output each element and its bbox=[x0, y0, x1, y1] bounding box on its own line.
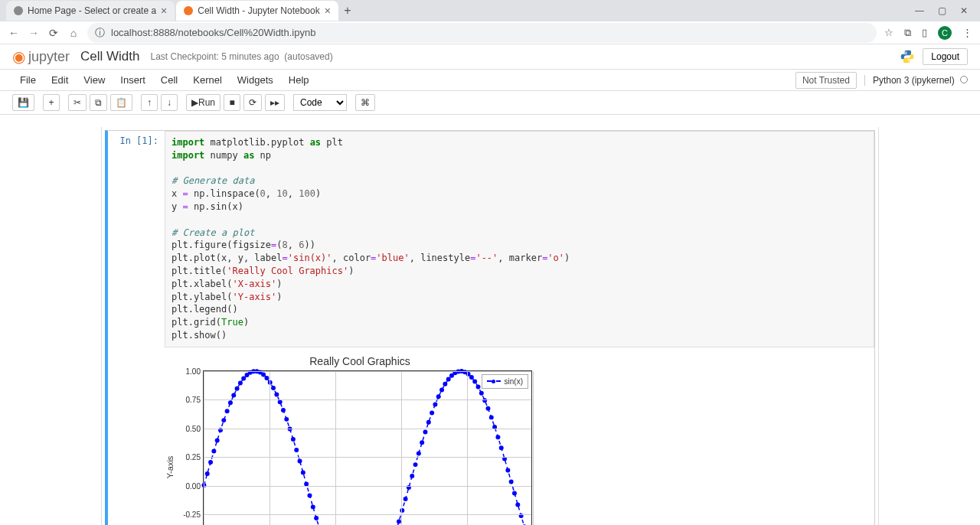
svg-point-84 bbox=[479, 390, 484, 395]
svg-point-25 bbox=[284, 417, 289, 422]
svg-point-70 bbox=[433, 402, 437, 406]
svg-point-93 bbox=[509, 479, 514, 484]
url-text: localhost:8888/notebooks/Cell%20Width.ip… bbox=[111, 27, 315, 38]
kernel-indicator[interactable]: Python 3 (ipykernel) bbox=[864, 75, 968, 86]
code-editor[interactable]: import matplotlib.pyplot as plt import n… bbox=[165, 131, 874, 347]
svg-point-69 bbox=[430, 410, 434, 415]
panel-icon[interactable]: ▯ bbox=[922, 27, 927, 38]
y-axis-label: Y-axis bbox=[165, 455, 175, 478]
svg-point-63 bbox=[410, 474, 414, 478]
input-prompt: In [1]: bbox=[108, 131, 165, 525]
svg-point-6 bbox=[221, 418, 226, 422]
svg-point-8 bbox=[228, 400, 233, 405]
python-logo-icon bbox=[900, 49, 915, 64]
notebook-container: In [1]: import matplotlib.pyplot as plt … bbox=[0, 115, 980, 525]
matplotlib-figure: Really Cool Graphics Y-axis sin(x) -1.00… bbox=[165, 355, 532, 525]
svg-point-87 bbox=[489, 415, 494, 419]
svg-point-24 bbox=[281, 408, 286, 412]
svg-point-9 bbox=[231, 393, 236, 397]
back-icon[interactable]: ← bbox=[8, 27, 20, 39]
menu-help[interactable]: Help bbox=[281, 71, 317, 89]
save-button[interactable]: 💾 bbox=[12, 94, 34, 111]
close-icon[interactable]: × bbox=[161, 5, 167, 17]
restart-button[interactable]: ⟳ bbox=[243, 94, 262, 111]
home-icon[interactable]: ⌂ bbox=[67, 27, 80, 39]
command-palette-button[interactable]: ⌘ bbox=[355, 94, 375, 111]
bookmark-icon[interactable]: ☆ bbox=[884, 27, 893, 38]
chart-title: Really Cool Graphics bbox=[165, 355, 532, 367]
profile-avatar[interactable]: C bbox=[938, 26, 952, 40]
move-up-button[interactable]: ↑ bbox=[141, 94, 158, 111]
svg-point-61 bbox=[403, 497, 408, 501]
jupyter-logo[interactable]: ◉ jupyter bbox=[12, 47, 70, 66]
jupyter-header: ◉ jupyter Cell Width Last Checkpoint: 5 … bbox=[0, 44, 980, 70]
site-info-icon[interactable]: ⓘ bbox=[95, 26, 105, 40]
cut-button[interactable]: ✂ bbox=[68, 94, 87, 111]
menu-cell[interactable]: Cell bbox=[153, 71, 185, 89]
svg-point-30 bbox=[301, 470, 305, 474]
svg-point-92 bbox=[505, 468, 510, 472]
svg-point-94 bbox=[512, 491, 517, 495]
svg-point-73 bbox=[443, 382, 447, 386]
menu-widgets[interactable]: Widgets bbox=[230, 71, 281, 89]
svg-point-86 bbox=[485, 406, 490, 411]
add-cell-button[interactable]: + bbox=[43, 94, 60, 111]
interrupt-button[interactable]: ■ bbox=[224, 94, 240, 111]
menu-insert[interactable]: Insert bbox=[113, 71, 153, 89]
svg-point-74 bbox=[446, 377, 451, 381]
close-icon[interactable]: × bbox=[325, 5, 331, 17]
svg-point-18 bbox=[261, 372, 266, 377]
svg-point-10 bbox=[235, 386, 240, 391]
kernel-busy-icon bbox=[960, 76, 968, 83]
extension-icon[interactable]: ⧉ bbox=[904, 27, 911, 39]
notebook-favicon bbox=[184, 6, 193, 15]
chrome-menu-icon[interactable]: ⋮ bbox=[962, 27, 972, 38]
menu-kernel[interactable]: Kernel bbox=[185, 71, 230, 89]
close-window-icon[interactable]: ✕ bbox=[960, 5, 968, 16]
maximize-icon[interactable]: ▢ bbox=[938, 5, 946, 16]
svg-point-67 bbox=[423, 429, 428, 434]
cell-output: Really Cool Graphics Y-axis sin(x) -1.00… bbox=[165, 347, 874, 525]
svg-point-22 bbox=[274, 392, 279, 396]
logout-button[interactable]: Logout bbox=[923, 48, 968, 65]
trust-indicator[interactable]: Not Trusted bbox=[795, 72, 857, 89]
paste-button[interactable]: 📋 bbox=[110, 94, 132, 111]
menu-view[interactable]: View bbox=[76, 71, 113, 89]
forward-icon[interactable]: → bbox=[28, 27, 40, 39]
jupyter-logo-icon: ◉ bbox=[12, 47, 25, 66]
svg-point-66 bbox=[420, 440, 424, 445]
jupyter-toolbar: 💾 + ✂ ⧉ 📋 ↑ ↓ ▶ Run ■ ⟳ ▸▸ Code ⌘ bbox=[0, 91, 980, 115]
svg-point-71 bbox=[436, 394, 441, 399]
tab-title: Home Page - Select or create a bbox=[28, 5, 156, 16]
reload-icon[interactable]: ⟳ bbox=[47, 27, 60, 39]
jupyter-favicon bbox=[14, 6, 23, 15]
tab-title: Cell Width - Jupyter Notebook bbox=[198, 5, 319, 16]
svg-point-11 bbox=[238, 380, 243, 385]
menu-file[interactable]: File bbox=[12, 71, 44, 89]
new-tab-button[interactable]: + bbox=[340, 4, 355, 18]
minimize-icon[interactable]: — bbox=[915, 5, 924, 16]
copy-button[interactable]: ⧉ bbox=[90, 94, 107, 111]
url-input[interactable]: ⓘ localhost:8888/notebooks/Cell%20Width.… bbox=[87, 23, 877, 43]
svg-point-90 bbox=[499, 445, 504, 450]
svg-point-29 bbox=[298, 458, 302, 463]
svg-point-2 bbox=[208, 460, 213, 465]
svg-point-95 bbox=[515, 502, 520, 507]
browser-tab-home[interactable]: Home Page - Select or create a × bbox=[6, 1, 175, 21]
svg-point-19 bbox=[264, 376, 269, 380]
svg-point-82 bbox=[472, 379, 477, 383]
move-down-button[interactable]: ↓ bbox=[161, 94, 178, 111]
notebook-name[interactable]: Cell Width bbox=[80, 49, 139, 64]
menu-edit[interactable]: Edit bbox=[44, 71, 76, 89]
browser-tab-notebook[interactable]: Cell Width - Jupyter Notebook × bbox=[176, 1, 338, 21]
checkpoint-status: Last Checkpoint: 5 minutes ago (autosave… bbox=[151, 51, 333, 62]
svg-point-12 bbox=[241, 376, 246, 380]
cell-type-select[interactable]: Code bbox=[293, 94, 347, 111]
run-button[interactable]: ▶ Run bbox=[186, 94, 220, 111]
svg-point-81 bbox=[469, 375, 474, 380]
svg-point-72 bbox=[439, 387, 444, 392]
svg-point-83 bbox=[476, 384, 481, 389]
code-cell[interactable]: In [1]: import matplotlib.pyplot as plt … bbox=[105, 130, 875, 525]
jupyter-menu-bar: File Edit View Insert Cell Kernel Widget… bbox=[0, 70, 980, 91]
restart-run-all-button[interactable]: ▸▸ bbox=[265, 94, 285, 111]
